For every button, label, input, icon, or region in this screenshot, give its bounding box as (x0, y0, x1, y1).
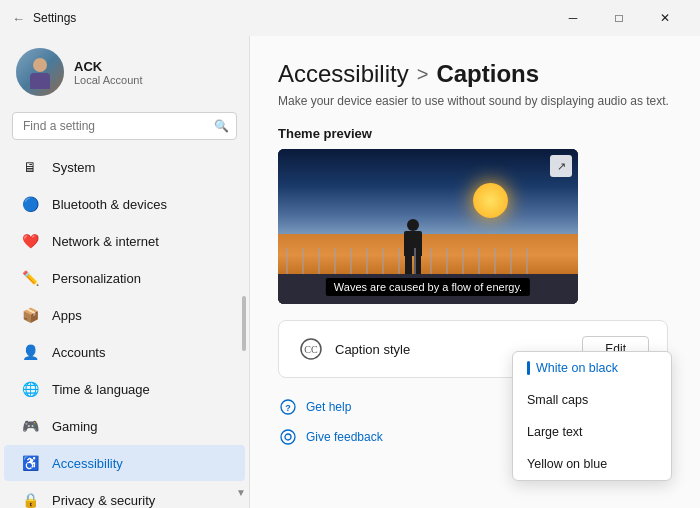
user-info: ACK Local Account (74, 59, 143, 86)
network-icon: ❤️ (20, 231, 40, 251)
sidebar-item-time[interactable]: 🌐 Time & language (4, 371, 245, 407)
dropdown-item-large-text[interactable]: Large text (513, 416, 671, 448)
breadcrumb-separator: > (417, 63, 429, 86)
caption-style-icon: CC (297, 335, 325, 363)
sidebar-item-label: Privacy & security (52, 493, 155, 508)
user-section[interactable]: ACK Local Account (0, 36, 249, 108)
preview-caption: Waves are caused by a flow of energy. (326, 278, 530, 296)
accounts-icon: 👤 (20, 342, 40, 362)
sidebar-item-accessibility[interactable]: ♿ Accessibility (4, 445, 245, 481)
sidebar-item-personalization[interactable]: ✏️ Personalization (4, 260, 245, 296)
app-body: ACK Local Account 🔍 🖥 System 🔵 Bluetooth… (0, 36, 700, 508)
gaming-icon: 🎮 (20, 416, 40, 436)
sidebar-item-label: Bluetooth & devices (52, 197, 167, 212)
dropdown-item-white-on-black[interactable]: White on black (513, 352, 671, 384)
caption-style-dropdown: White on black Small caps Large text Yel… (512, 351, 672, 481)
scroll-down-indicator: ▼ (236, 487, 246, 498)
preview-background: Waves are caused by a flow of energy. (278, 149, 578, 304)
svg-point-4 (281, 430, 295, 444)
sidebar-item-label: Gaming (52, 419, 98, 434)
minimize-button[interactable]: ─ (550, 3, 596, 33)
page-description: Make your device easier to use without s… (278, 94, 672, 108)
search-box: 🔍 (12, 112, 237, 140)
svg-text:?: ? (285, 403, 291, 413)
svg-text:CC: CC (304, 344, 318, 355)
accessibility-icon: ♿ (20, 453, 40, 473)
sidebar: ACK Local Account 🔍 🖥 System 🔵 Bluetooth… (0, 36, 250, 508)
dropdown-item-label: Small caps (527, 393, 588, 407)
dropdown-item-label: Yellow on blue (527, 457, 607, 471)
content-area: Accessibility > Captions Make your devic… (250, 36, 700, 508)
dropdown-item-label: White on black (536, 361, 618, 375)
user-name: ACK (74, 59, 143, 74)
breadcrumb-parent[interactable]: Accessibility (278, 60, 409, 88)
sidebar-item-label: Accounts (52, 345, 105, 360)
sidebar-item-label: System (52, 160, 95, 175)
give-feedback-label: Give feedback (306, 430, 383, 444)
railing (278, 248, 578, 276)
time-icon: 🌐 (20, 379, 40, 399)
dropdown-item-small-caps[interactable]: Small caps (513, 384, 671, 416)
sidebar-item-label: Time & language (52, 382, 150, 397)
expand-preview-button[interactable]: ↗ (550, 155, 572, 177)
sun (473, 183, 508, 218)
sidebar-item-system[interactable]: 🖥 System (4, 149, 245, 185)
sidebar-item-label: Accessibility (52, 456, 123, 471)
maximize-button[interactable]: □ (596, 3, 642, 33)
caption-style-label: Caption style (335, 342, 410, 357)
title-bar: ← Settings ─ □ ✕ (0, 0, 700, 36)
window-controls: ─ □ ✕ (550, 3, 688, 33)
back-button[interactable]: ← (12, 11, 25, 26)
window-title: Settings (33, 11, 76, 25)
sidebar-item-accounts[interactable]: 👤 Accounts (4, 334, 245, 370)
apps-icon: 📦 (20, 305, 40, 325)
get-help-label: Get help (306, 400, 351, 414)
close-button[interactable]: ✕ (642, 3, 688, 33)
personalization-icon: ✏️ (20, 268, 40, 288)
sidebar-item-label: Apps (52, 308, 82, 323)
sidebar-item-label: Network & internet (52, 234, 159, 249)
avatar[interactable] (16, 48, 64, 96)
user-type: Local Account (74, 74, 143, 86)
dropdown-item-yellow-on-blue[interactable]: Yellow on blue (513, 448, 671, 480)
sky-layer (278, 149, 578, 242)
breadcrumb-current: Captions (436, 60, 539, 88)
selected-indicator (527, 361, 530, 375)
sidebar-item-network[interactable]: ❤️ Network & internet (4, 223, 245, 259)
sidebar-item-apps[interactable]: 📦 Apps (4, 297, 245, 333)
nav-list: 🖥 System 🔵 Bluetooth & devices ❤️ Networ… (0, 148, 249, 508)
sidebar-item-label: Personalization (52, 271, 141, 286)
title-bar-left: ← Settings (12, 11, 76, 26)
svg-point-5 (285, 434, 291, 440)
get-help-icon: ? (278, 397, 298, 417)
system-icon: 🖥 (20, 157, 40, 177)
theme-preview-label: Theme preview (278, 126, 672, 141)
dropdown-item-label: Large text (527, 425, 583, 439)
theme-preview-box: Waves are caused by a flow of energy. ↗ (278, 149, 578, 304)
privacy-icon: 🔒 (20, 490, 40, 508)
search-input[interactable] (12, 112, 237, 140)
sidebar-item-gaming[interactable]: 🎮 Gaming (4, 408, 245, 444)
breadcrumb: Accessibility > Captions (278, 60, 672, 88)
sidebar-item-privacy[interactable]: 🔒 Privacy & security (4, 482, 245, 508)
caption-style-info: CC Caption style (297, 335, 410, 363)
sidebar-item-bluetooth[interactable]: 🔵 Bluetooth & devices (4, 186, 245, 222)
scrollbar-thumb (242, 296, 246, 351)
give-feedback-icon (278, 427, 298, 447)
search-icon: 🔍 (214, 119, 229, 133)
bluetooth-icon: 🔵 (20, 194, 40, 214)
